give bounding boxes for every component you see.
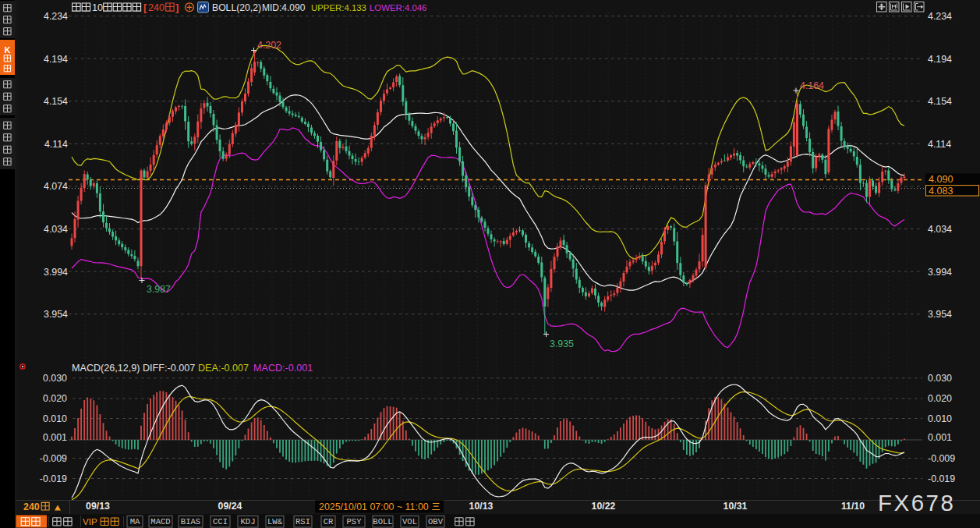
svg-text:MACD: MACD <box>150 517 170 526</box>
svg-text:OBV: OBV <box>428 517 444 526</box>
svg-text:4.194: 4.194 <box>928 54 952 65</box>
svg-text:DEA:-0.007: DEA:-0.007 <box>198 363 249 374</box>
svg-text:BOLL: BOLL <box>373 517 392 526</box>
svg-text:09/13: 09/13 <box>86 501 110 512</box>
svg-text:CR: CR <box>324 517 334 526</box>
svg-text:4.234: 4.234 <box>928 11 952 22</box>
svg-text:0.020: 0.020 <box>43 393 67 404</box>
svg-text:3.994: 3.994 <box>44 267 68 278</box>
svg-text:UPPER:4.133: UPPER:4.133 <box>311 3 366 12</box>
svg-text:3.994: 3.994 <box>928 267 952 278</box>
svg-text:FX678: FX678 <box>878 490 955 516</box>
svg-text:0.020: 0.020 <box>928 393 952 404</box>
svg-text:LOWER:4.046: LOWER:4.046 <box>370 3 426 12</box>
svg-text:11/10: 11/10 <box>841 501 865 512</box>
svg-text:[: [ <box>143 2 147 13</box>
svg-text:0.030: 0.030 <box>43 373 67 384</box>
svg-text:4.164: 4.164 <box>800 80 824 91</box>
svg-text:VOL: VOL <box>402 517 417 526</box>
svg-text:4.074: 4.074 <box>44 181 68 192</box>
svg-text:K: K <box>5 45 11 55</box>
svg-text:4.083: 4.083 <box>929 186 953 197</box>
svg-text:]: ] <box>175 2 179 13</box>
svg-text:2025/10/01 07:00 ~ 11:00: 2025/10/01 07:00 ~ 11:00 <box>319 501 429 512</box>
svg-text:3.954: 3.954 <box>44 309 68 320</box>
svg-text:BIAS: BIAS <box>181 517 200 526</box>
svg-text:4.090: 4.090 <box>929 174 953 185</box>
svg-text:MACD(26,12,9) DIFF:-0.007: MACD(26,12,9) DIFF:-0.007 <box>72 363 195 374</box>
svg-text:MA: MA <box>130 517 140 526</box>
svg-text:-0.019: -0.019 <box>40 473 67 484</box>
svg-text:10/22: 10/22 <box>592 501 616 512</box>
svg-text:4.234: 4.234 <box>44 11 68 22</box>
svg-text:KDJ: KDJ <box>240 517 255 526</box>
svg-text:10: 10 <box>92 2 103 13</box>
svg-text:09/24: 09/24 <box>218 501 242 512</box>
svg-text:BOLL(20,2): BOLL(20,2) <box>212 2 261 13</box>
svg-text:MID:4.090: MID:4.090 <box>262 2 306 13</box>
svg-text:4.154: 4.154 <box>928 96 952 107</box>
svg-text:MACD:-0.001: MACD:-0.001 <box>253 363 313 374</box>
svg-text:0.001: 0.001 <box>928 432 952 443</box>
svg-text:240: 240 <box>23 501 40 512</box>
svg-text:4.202: 4.202 <box>257 40 281 51</box>
svg-text:4.114: 4.114 <box>44 139 68 150</box>
svg-text:0.030: 0.030 <box>928 373 952 384</box>
svg-text:CCI: CCI <box>213 517 228 526</box>
svg-text:3.935: 3.935 <box>550 338 574 349</box>
svg-text:3.954: 3.954 <box>928 309 952 320</box>
svg-text:4.114: 4.114 <box>928 139 951 150</box>
svg-text:4.194: 4.194 <box>44 54 68 65</box>
svg-text:10/31: 10/31 <box>724 501 748 512</box>
svg-text:-0.019: -0.019 <box>928 473 955 484</box>
svg-text:-0.009: -0.009 <box>928 453 955 464</box>
svg-text:240: 240 <box>148 2 165 13</box>
svg-text:4.154: 4.154 <box>44 96 68 107</box>
svg-text:VIP: VIP <box>83 516 97 526</box>
svg-text:-0.009: -0.009 <box>40 453 67 464</box>
svg-text:3.987: 3.987 <box>147 284 171 295</box>
svg-text:4.034: 4.034 <box>44 224 68 235</box>
svg-text:10/13: 10/13 <box>469 501 494 512</box>
svg-text:0.010: 0.010 <box>43 413 67 424</box>
svg-text:0.001: 0.001 <box>43 432 67 443</box>
svg-text:PSY: PSY <box>346 517 362 526</box>
svg-text:0.010: 0.010 <box>928 413 952 424</box>
svg-text:LW&: LW& <box>267 517 283 526</box>
svg-text:4.034: 4.034 <box>928 224 952 235</box>
svg-text:RSI: RSI <box>295 517 310 526</box>
